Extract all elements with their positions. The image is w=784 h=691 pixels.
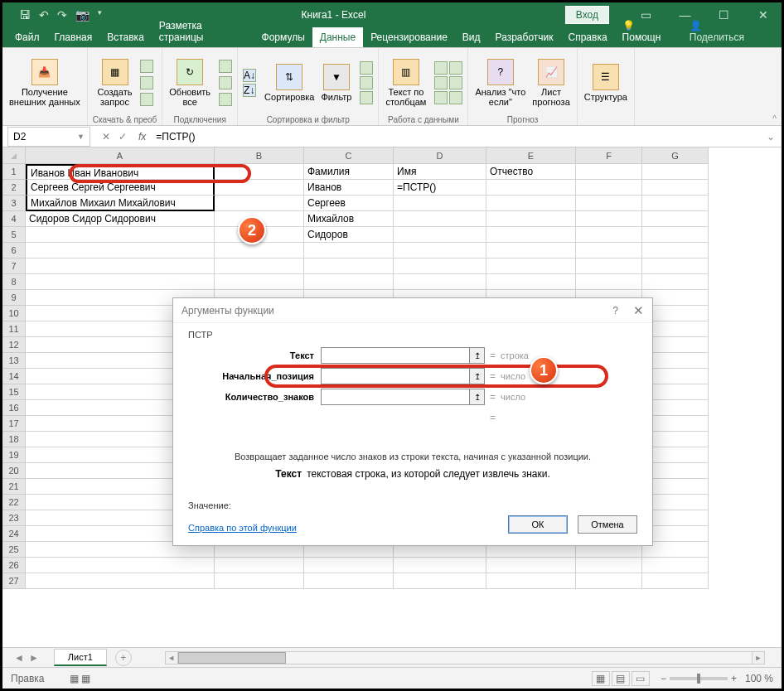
row-header[interactable]: 14 [2, 369, 26, 384]
add-sheet-button[interactable]: + [115, 650, 132, 666]
cell-g4[interactable] [642, 211, 709, 227]
sheet-nav-next-icon[interactable]: ► [29, 652, 39, 664]
cell-a7[interactable] [26, 259, 215, 274]
row-header[interactable]: 5 [2, 227, 26, 243]
cell-e8[interactable] [486, 274, 576, 290]
cell-a5[interactable] [26, 227, 215, 243]
cell-g5[interactable] [642, 227, 709, 243]
sign-in-button[interactable]: Вход [565, 6, 609, 24]
cell-g26[interactable] [642, 558, 709, 573]
row-header[interactable]: 12 [2, 337, 26, 353]
cell-b6[interactable] [215, 243, 304, 259]
cell-e4[interactable] [486, 211, 576, 227]
view-layout-icon[interactable]: ▤ [612, 671, 630, 686]
collapse-ref-icon[interactable]: ↥ [470, 347, 485, 364]
name-box[interactable]: D2▼ [7, 127, 90, 147]
cell-c6[interactable] [304, 243, 394, 259]
tab-file[interactable]: Файл [7, 27, 47, 47]
row-header[interactable]: 3 [2, 196, 26, 211]
refresh-all-button[interactable]: ↻Обновить все [167, 57, 212, 109]
row-header[interactable]: 21 [2, 479, 26, 495]
collapse-ribbon-icon[interactable]: ^ [772, 114, 777, 123]
col-header-c[interactable]: C [304, 147, 394, 164]
remove-duplicates-icon[interactable] [434, 76, 448, 89]
row-header[interactable]: 23 [2, 510, 26, 526]
row-header[interactable]: 19 [2, 447, 26, 463]
row-header[interactable]: 25 [2, 542, 26, 558]
cell-e2[interactable] [486, 180, 576, 196]
connections-icon[interactable] [219, 60, 232, 73]
col-header-e[interactable]: E [486, 147, 576, 164]
tab-formulas[interactable]: Формулы [254, 27, 312, 47]
zoom-level[interactable]: 100 % [745, 673, 773, 684]
cell-c3[interactable]: Сергеев [304, 196, 394, 211]
cell-g8[interactable] [642, 274, 709, 290]
camera-icon[interactable]: 📷 [75, 8, 90, 22]
cell-f27[interactable] [576, 573, 642, 589]
view-pagebreak-icon[interactable]: ▭ [632, 671, 650, 686]
cell-a26[interactable] [26, 558, 215, 573]
row-header[interactable]: 10 [2, 306, 26, 321]
cell-b1[interactable] [215, 164, 304, 180]
tab-review[interactable]: Рецензирование [363, 27, 455, 47]
dialog-close-icon[interactable]: ✕ [633, 303, 644, 318]
scroll-right-icon[interactable]: ► [752, 651, 765, 664]
cancel-button[interactable]: Отмена [578, 515, 637, 534]
new-query-button[interactable]: ▦Создать запрос [96, 57, 134, 109]
edit-links-icon[interactable] [219, 93, 232, 106]
sort-za-icon[interactable]: Z↓ [243, 84, 256, 97]
forecast-button[interactable]: 📈Лист прогноза [530, 57, 571, 109]
cell-f5[interactable] [576, 227, 642, 243]
recent-sources-icon[interactable] [140, 93, 153, 106]
cell-c27[interactable] [304, 573, 394, 589]
row-header[interactable]: 17 [2, 416, 26, 432]
cell-g3[interactable] [642, 196, 709, 211]
data-model-icon[interactable] [449, 91, 462, 104]
show-queries-icon[interactable] [140, 60, 153, 73]
cell-d7[interactable] [394, 259, 486, 274]
tab-view[interactable]: Вид [455, 27, 488, 47]
consolidate-icon[interactable] [449, 61, 462, 75]
row-header[interactable]: 18 [2, 432, 26, 447]
cell-d6[interactable] [394, 243, 486, 259]
cell-c7[interactable] [304, 259, 394, 274]
cell-d4[interactable] [394, 211, 486, 227]
clear-filter-icon[interactable] [360, 61, 373, 75]
cell-f6[interactable] [576, 243, 642, 259]
row-header[interactable]: 4 [2, 211, 26, 227]
cell-a6[interactable] [26, 243, 215, 259]
view-normal-icon[interactable]: ▦ [592, 671, 610, 686]
sort-az-icon[interactable]: A↓ [243, 69, 256, 82]
redo-icon[interactable]: ↷ [57, 8, 67, 22]
cell-e6[interactable] [486, 243, 576, 259]
row-header[interactable]: 6 [2, 243, 26, 259]
undo-icon[interactable]: ↶ [39, 8, 49, 22]
row-header[interactable]: 16 [2, 400, 26, 416]
cell-c8[interactable] [304, 274, 394, 290]
cell-b7[interactable] [215, 259, 304, 274]
cell-f7[interactable] [576, 259, 642, 274]
zoom-slider[interactable] [670, 677, 728, 680]
cell-d3[interactable] [394, 196, 486, 211]
cell-c2[interactable]: Иванов [304, 180, 394, 196]
col-header-a[interactable]: A [26, 147, 215, 164]
cell-g7[interactable] [642, 259, 709, 274]
row-header[interactable]: 13 [2, 353, 26, 369]
properties-icon[interactable] [219, 76, 232, 89]
row-header[interactable]: 9 [2, 290, 26, 306]
row-header[interactable]: 15 [2, 384, 26, 400]
cell-g2[interactable] [642, 180, 709, 196]
row-header[interactable]: 24 [2, 526, 26, 542]
cell-f3[interactable] [576, 196, 642, 211]
cell-e3[interactable] [486, 196, 576, 211]
col-header-b[interactable]: B [215, 147, 304, 164]
arg-input-start[interactable] [321, 368, 470, 384]
zoom-out-icon[interactable]: − [661, 673, 666, 684]
from-table-icon[interactable] [140, 76, 153, 89]
data-validation-icon[interactable] [434, 91, 448, 104]
tab-home[interactable]: Главная [47, 27, 100, 47]
cell-e27[interactable] [486, 573, 576, 589]
text-to-columns-button[interactable]: ▥Текст по столбцам [384, 57, 428, 109]
outline-button[interactable]: ☰Структура [583, 62, 629, 104]
cell-a2[interactable]: Сергеев Сергей Сергеевич [26, 180, 215, 196]
